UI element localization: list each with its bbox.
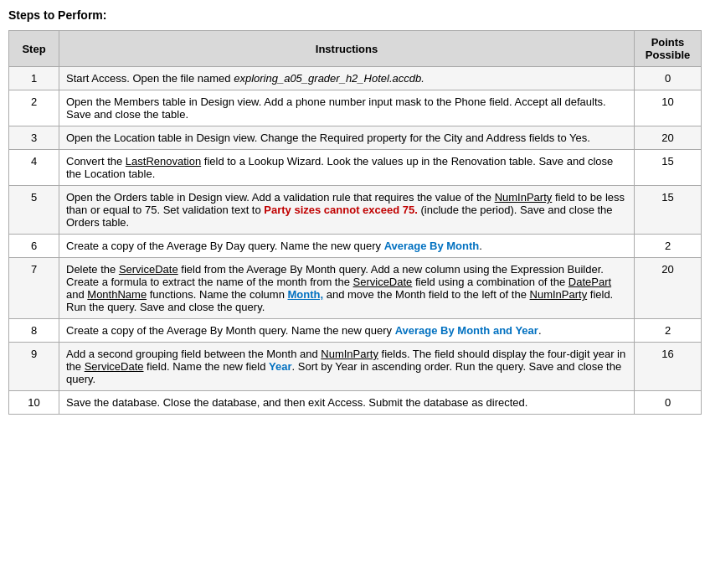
table-row: 10Save the database. Close the database,… (9, 391, 702, 415)
table-row: 4Convert the LastRenovation field to a L… (9, 150, 702, 186)
step-points: 0 (635, 391, 702, 415)
step-instructions: Create a copy of the Average By Day quer… (59, 235, 635, 258)
step-points: 20 (635, 258, 702, 319)
table-row: 5Open the Orders table in Design view. A… (9, 186, 702, 235)
step-instructions: Delete the ServiceDate field from the Av… (59, 258, 635, 319)
step-instructions: Open the Orders table in Design view. Ad… (59, 186, 635, 235)
table-row: 9Add a second grouping field between the… (9, 343, 702, 391)
table-row: 6Create a copy of the Average By Day que… (9, 235, 702, 258)
step-number: 4 (9, 150, 59, 186)
table-row: 3Open the Location table in Design view.… (9, 126, 702, 150)
header-instructions: Instructions (59, 31, 635, 67)
step-number: 1 (9, 67, 59, 90)
step-instructions: Open the Members table in Design view. A… (59, 90, 635, 126)
step-number: 7 (9, 258, 59, 319)
step-points: 15 (635, 186, 702, 235)
step-instructions: Add a second grouping field between the … (59, 343, 635, 391)
step-points: 0 (635, 67, 702, 90)
step-points: 15 (635, 150, 702, 186)
step-number: 9 (9, 343, 59, 391)
step-instructions: Open the Location table in Design view. … (59, 126, 635, 150)
page-title: Steps to Perform: (8, 8, 702, 22)
table-row: 1Start Access. Open the file named explo… (9, 67, 702, 90)
step-points: 2 (635, 235, 702, 258)
step-points: 2 (635, 319, 702, 343)
step-instructions: Create a copy of the Average By Month qu… (59, 319, 635, 343)
step-instructions: Convert the LastRenovation field to a Lo… (59, 150, 635, 186)
step-number: 5 (9, 186, 59, 235)
step-points: 16 (635, 343, 702, 391)
step-number: 6 (9, 235, 59, 258)
steps-table: Step Instructions PointsPossible 1Start … (8, 30, 702, 415)
step-points: 20 (635, 126, 702, 150)
step-number: 10 (9, 391, 59, 415)
table-row: 2Open the Members table in Design view. … (9, 90, 702, 126)
table-row: 7Delete the ServiceDate field from the A… (9, 258, 702, 319)
header-points: PointsPossible (635, 31, 702, 67)
step-instructions: Save the database. Close the database, a… (59, 391, 635, 415)
header-step: Step (9, 31, 59, 67)
step-points: 10 (635, 90, 702, 126)
step-number: 8 (9, 319, 59, 343)
step-number: 2 (9, 90, 59, 126)
step-instructions: Start Access. Open the file named explor… (59, 67, 635, 90)
step-number: 3 (9, 126, 59, 150)
table-row: 8Create a copy of the Average By Month q… (9, 319, 702, 343)
